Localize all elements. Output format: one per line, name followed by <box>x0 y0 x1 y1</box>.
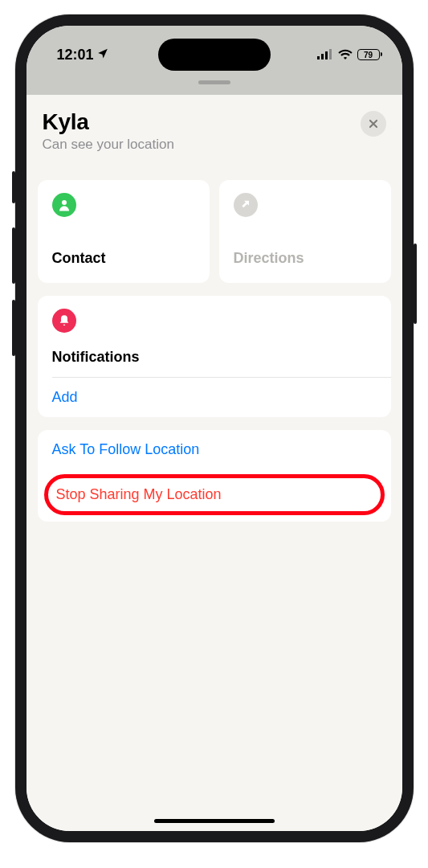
sheet-grabber <box>198 80 230 84</box>
annotation-highlight: Stop Sharing My Location <box>44 474 385 515</box>
svg-rect-0 <box>317 56 320 59</box>
close-button[interactable] <box>361 111 386 137</box>
page-subtitle: Can see your location <box>43 137 174 153</box>
svg-rect-3 <box>329 49 332 59</box>
svg-rect-2 <box>325 51 328 59</box>
location-arrow-icon <box>97 47 108 62</box>
battery-percent: 79 <box>364 51 373 59</box>
stop-sharing-location-button[interactable]: Stop Sharing My Location <box>56 486 373 503</box>
actions-section: Ask To Follow Location Stop Sharing My L… <box>38 430 391 522</box>
phone-frame: 12:01 79 <box>15 14 414 842</box>
sheet-grabber-area[interactable] <box>26 74 402 95</box>
home-indicator[interactable] <box>154 819 275 823</box>
svg-point-4 <box>62 200 67 205</box>
directions-card: Directions <box>219 180 391 283</box>
directions-icon <box>234 193 258 217</box>
page-title: Kyla <box>43 109 174 135</box>
bell-icon <box>52 309 76 333</box>
ask-follow-location-button[interactable]: Ask To Follow Location <box>38 430 391 469</box>
screen: 12:01 79 <box>26 26 402 831</box>
add-notification-button[interactable]: Add <box>38 378 391 417</box>
content-area: Kyla Can see your location Contact <box>26 95 402 831</box>
power-button <box>414 244 417 324</box>
notifications-title: Notifications <box>52 349 377 366</box>
cellular-signal-icon <box>317 47 333 63</box>
wifi-icon <box>338 47 353 63</box>
close-icon <box>368 118 379 129</box>
volume-down-button <box>12 300 15 356</box>
volume-up-button <box>12 227 15 284</box>
person-icon <box>52 193 76 217</box>
status-time: 12:01 <box>57 47 94 63</box>
svg-rect-1 <box>321 54 324 59</box>
battery-indicator: 79 <box>357 49 380 60</box>
contact-label: Contact <box>52 250 195 267</box>
contact-card[interactable]: Contact <box>38 180 210 283</box>
notifications-section: Notifications Add <box>38 296 391 417</box>
dynamic-island <box>158 39 271 71</box>
directions-label: Directions <box>234 250 377 267</box>
silence-switch <box>12 171 15 203</box>
